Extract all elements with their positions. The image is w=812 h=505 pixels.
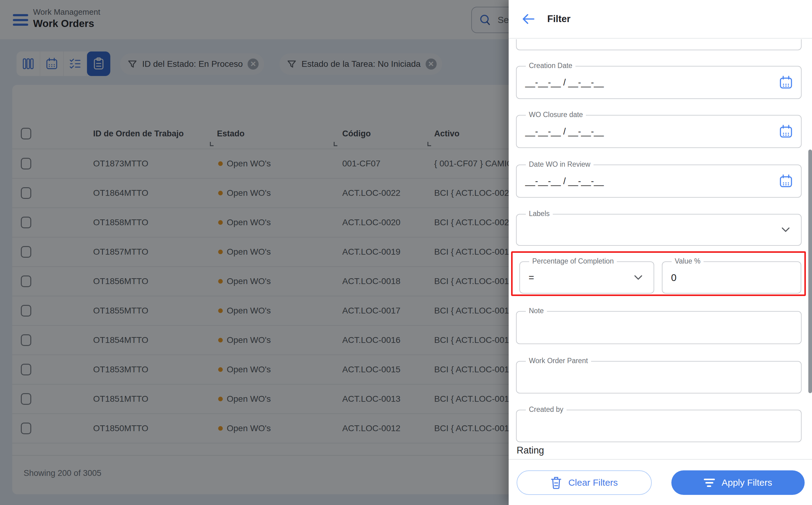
percentage-of-completion-select[interactable]: Percentage of Completion = bbox=[520, 262, 654, 294]
creation-date-field[interactable]: Creation Date __-__-__ / __-__-__ bbox=[516, 66, 802, 99]
filter-panel-title: Filter bbox=[547, 13, 571, 24]
apply-filters-button[interactable]: Apply Filters bbox=[671, 470, 805, 495]
field-label: Labels bbox=[526, 210, 553, 218]
date-placeholder: __-__-__ / __-__-__ bbox=[525, 127, 604, 137]
date-placeholder: __-__-__ / __-__-__ bbox=[525, 176, 604, 186]
calendar-icon[interactable] bbox=[779, 124, 793, 139]
scrolled-field-partial[interactable] bbox=[516, 39, 802, 50]
apply-filters-label: Apply Filters bbox=[722, 477, 772, 488]
date-placeholder: __-__-__ / __-__-__ bbox=[525, 77, 604, 88]
value-percent-value: 0 bbox=[671, 272, 676, 283]
chevron-down-icon[interactable] bbox=[634, 275, 642, 280]
field-label: Date WO in Review bbox=[526, 160, 594, 169]
field-label: Percentage of Completion bbox=[529, 257, 617, 266]
field-label: Value % bbox=[672, 257, 703, 266]
chevron-down-icon[interactable] bbox=[781, 227, 790, 232]
value-percent-input[interactable]: Value % 0 bbox=[662, 262, 801, 294]
clear-filters-label: Clear Filters bbox=[568, 477, 618, 488]
created-by-input[interactable]: Created by bbox=[516, 410, 802, 442]
clear-filters-button[interactable]: Clear Filters bbox=[517, 470, 652, 495]
field-label: Created by bbox=[526, 405, 567, 414]
field-label: WO Closure date bbox=[526, 111, 586, 119]
labels-select[interactable]: Labels bbox=[516, 214, 802, 246]
note-input[interactable]: Note bbox=[516, 311, 802, 344]
rating-section-label: Rating bbox=[517, 445, 544, 456]
filter-lines-icon bbox=[704, 479, 715, 487]
filter-panel: Filter Creation Date __-__-__ / __-__-__… bbox=[509, 0, 812, 505]
wo-closure-date-field[interactable]: WO Closure date __-__-__ / __-__-__ bbox=[516, 115, 802, 148]
panel-scrollbar[interactable] bbox=[808, 150, 812, 393]
date-wo-in-review-field[interactable]: Date WO in Review __-__-__ / __-__-__ bbox=[516, 165, 802, 198]
calendar-icon[interactable] bbox=[779, 75, 793, 90]
field-label: Work Order Parent bbox=[526, 357, 591, 365]
operator-value: = bbox=[529, 272, 534, 283]
work-order-parent-input[interactable]: Work Order Parent bbox=[516, 361, 802, 393]
field-label: Note bbox=[526, 307, 547, 315]
trash-icon bbox=[551, 476, 562, 489]
filter-panel-footer: Clear Filters Apply Filters bbox=[509, 459, 812, 505]
calendar-icon[interactable] bbox=[779, 174, 793, 188]
back-arrow-icon[interactable] bbox=[521, 13, 536, 25]
filter-panel-header: Filter bbox=[509, 0, 812, 39]
field-label: Creation Date bbox=[526, 61, 576, 70]
